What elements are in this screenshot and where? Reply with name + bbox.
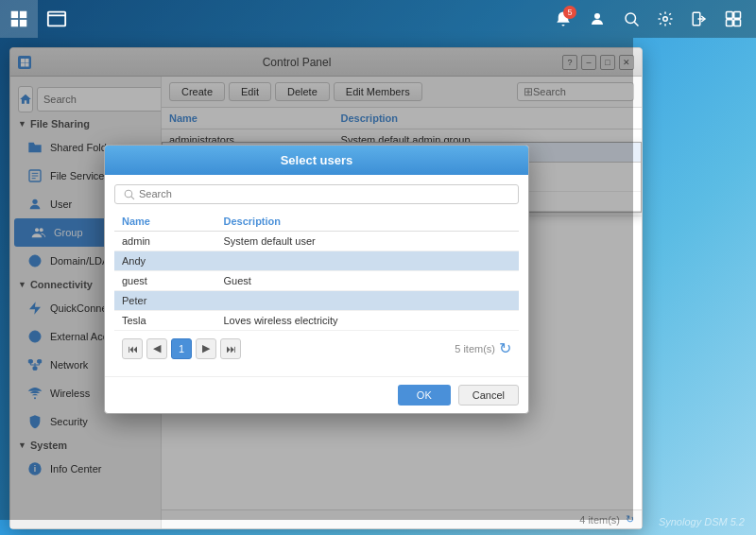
- svg-point-40: [125, 190, 132, 198]
- first-page-button[interactable]: ⏮: [122, 338, 143, 359]
- svg-rect-13: [734, 12, 741, 19]
- user-row[interactable]: Andy: [114, 250, 519, 270]
- cancel-button[interactable]: Cancel: [458, 385, 519, 406]
- svg-point-7: [626, 13, 636, 24]
- user-name: guest: [114, 270, 216, 290]
- svg-line-41: [131, 196, 134, 198]
- dialog-refresh-icon[interactable]: ↻: [499, 339, 511, 357]
- ok-button[interactable]: OK: [398, 385, 451, 406]
- dialog-footer: OK Cancel: [105, 376, 528, 413]
- taskbar-right: 5: [548, 4, 756, 34]
- user-description: System default user: [216, 231, 520, 250]
- dialog-search-input[interactable]: [139, 188, 510, 199]
- dialog-body: Name Description admin System default us…: [105, 175, 528, 376]
- users-col-description: Description: [216, 212, 520, 232]
- dialog-search-box: [114, 184, 519, 204]
- window-icon[interactable]: [38, 0, 76, 38]
- dialog-titlebar: Select users: [105, 146, 528, 175]
- user-row[interactable]: Peter: [114, 290, 519, 310]
- user-name: Tesla: [114, 310, 216, 330]
- notification-badge: 5: [563, 6, 576, 19]
- user-row[interactable]: admin System default user: [114, 231, 519, 250]
- settings-icon[interactable]: [650, 4, 680, 34]
- prev-page-button[interactable]: ◀: [146, 338, 167, 359]
- user-icon[interactable]: [582, 4, 612, 34]
- svg-point-9: [663, 17, 668, 22]
- svg-line-8: [634, 22, 639, 26]
- users-col-name: Name: [114, 212, 216, 232]
- svg-rect-12: [727, 12, 733, 19]
- notification-icon[interactable]: 5: [548, 4, 578, 34]
- user-name: Andy: [114, 250, 216, 270]
- users-table: Name Description admin System default us…: [114, 212, 519, 331]
- svg-rect-4: [48, 12, 65, 26]
- users-item-count: 5 item(s): [455, 343, 495, 354]
- svg-point-6: [594, 13, 600, 19]
- svg-rect-3: [20, 20, 26, 26]
- taskbar: 5: [0, 0, 756, 38]
- user-description: [216, 290, 520, 310]
- last-page-button[interactable]: ⏭: [220, 338, 241, 359]
- logout-icon[interactable]: [684, 4, 714, 34]
- next-page-button[interactable]: ▶: [196, 338, 216, 359]
- user-row[interactable]: guest Guest: [114, 270, 519, 290]
- user-description: Guest: [216, 270, 520, 290]
- desktop: Control Panel ? – □ ✕ ▼ Fi: [0, 38, 756, 535]
- svg-rect-15: [734, 20, 741, 26]
- page-1-button[interactable]: 1: [171, 338, 192, 359]
- svg-rect-0: [11, 11, 18, 18]
- pagination: ⏮ ◀ 1 ▶ ⏭ 5 item(s) ↻: [114, 331, 519, 367]
- modal-overlay: Select users Name Description: [0, 38, 633, 520]
- user-row[interactable]: Tesla Loves wireless electricity: [114, 310, 519, 330]
- select-users-dialog: Select users Name Description: [104, 145, 529, 414]
- dialog-title: Select users: [281, 153, 353, 167]
- user-name: admin: [114, 231, 216, 250]
- grid-icon[interactable]: [0, 0, 38, 38]
- user-name: Peter: [114, 290, 216, 310]
- search-icon[interactable]: [616, 4, 646, 34]
- svg-rect-14: [727, 20, 733, 26]
- watermark: Synology DSM 5.2: [659, 516, 745, 527]
- multiwindow-icon[interactable]: [718, 4, 748, 34]
- svg-rect-1: [20, 11, 26, 18]
- taskbar-left: [0, 0, 76, 38]
- user-description: Loves wireless electricity: [216, 310, 520, 330]
- svg-rect-2: [11, 20, 18, 26]
- user-description: [216, 250, 520, 270]
